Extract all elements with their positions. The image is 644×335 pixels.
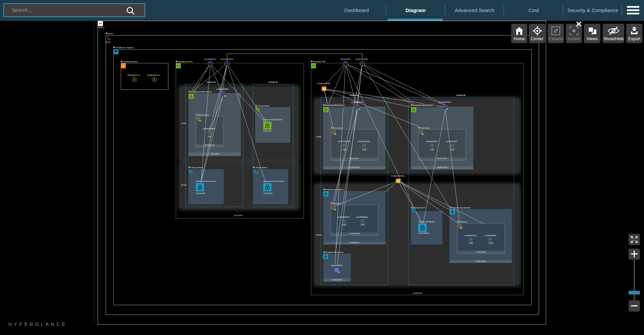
svg-text:λ: λ <box>134 78 136 81</box>
svg-text:aws: aws <box>99 22 102 24</box>
svg-text:λ: λ <box>122 64 124 68</box>
svg-text:λ: λ <box>154 78 155 81</box>
